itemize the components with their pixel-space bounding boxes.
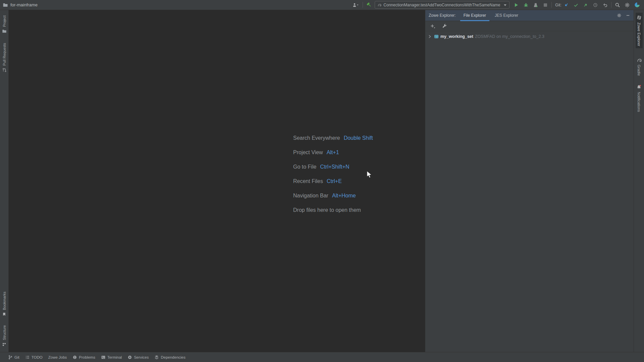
statusbar-label: Dependencies [161,355,185,359]
statusbar-label: TODO [32,355,43,359]
toolbar-divider [551,2,552,8]
statusbar-item-zowe-jobs[interactable]: Zowe Jobs [48,355,67,359]
shortcut-label: Recent Files [293,178,323,184]
shortcut-row: Search Everywhere Double Shift [293,131,373,145]
statusbar-item-git[interactable]: Git [8,355,19,360]
run-with-coverage-button[interactable] [532,2,539,8]
working-set-detail: ZOSMFAD on my_connection_to_2.3 [475,34,544,39]
stop-icon [543,2,548,8]
sidebar-item-gradle[interactable]: Gradle [636,56,642,78]
shortcut-label: Go to File [293,164,316,170]
working-set-name: my_working_set [440,34,473,39]
stripe-label: Bookmarks [2,292,6,310]
build-project-button[interactable] [366,1,373,8]
drop-hint-row: Drop files here to open them [293,203,373,217]
shortcut-row: Go to File Ctrl+Shift+N [293,160,373,174]
shortcut-hints: Search Everywhere Double Shift Project V… [293,131,373,217]
working-set-icon [434,34,439,39]
sidebar-item-bookmarks[interactable]: Bookmarks [1,290,7,318]
add-working-set-button[interactable] [429,23,436,29]
run-config-combo[interactable]: ConnectionManager.testAddTwoConnectionsW… [375,1,509,9]
gradle-task-icon [377,3,381,7]
statusbar-item-terminal[interactable]: Terminal [101,355,122,360]
statusbar-item-dependencies[interactable]: Dependencies [154,355,185,360]
run-icon [514,2,519,8]
sidebar-item-pull-requests[interactable]: Pull Requests [1,41,7,74]
stripe-label: Gradle [637,65,641,76]
tab-jes-explorer[interactable]: JES Explorer [490,10,523,21]
push-button[interactable] [582,2,589,8]
dependencies-icon [154,355,159,360]
toolbar-divider [611,2,611,8]
settings-wrench-button[interactable] [441,23,448,29]
structure-icon [2,342,6,347]
shortcut-keys: Ctrl+E [327,178,342,184]
main-toolbar: for-mainframe ConnectionManager.testAdd [0,0,644,10]
code-with-me-button[interactable] [634,1,641,8]
tab-file-explorer[interactable]: File Explorer [459,10,490,21]
code-with-me-icon [634,2,640,8]
statusbar-item-services[interactable]: Services [127,355,149,360]
shortcut-label: Project View [293,149,323,156]
chevron-down-icon [503,4,507,6]
main-area: Project Pull Requests Bookmarks [0,10,644,352]
rollback-button[interactable] [602,2,608,8]
git-branch-icon [8,355,13,360]
stripe-label: Zowe Explorer [637,22,641,46]
zowe-panel-toolbar [425,21,634,31]
drop-hint: Drop files here to open them [293,207,361,213]
editor-empty-state: Search Everywhere Double Shift Project V… [9,10,425,352]
statusbar-label: Problems [79,355,95,359]
settings-button[interactable] [624,2,631,8]
add-icon [430,23,436,29]
statusbar-label: Zowe Jobs [48,355,67,359]
run-config-value: ConnectionManager.testAddTwoConnectionsW… [383,3,501,7]
terminal-icon [101,355,106,360]
user-accounts-button[interactable] [352,2,360,8]
history-icon [593,2,598,8]
tree-row-working-set[interactable]: my_working_set ZOSMFAD on my_connection_… [425,33,634,41]
statusbar-item-problems[interactable]: Problems [72,355,95,360]
build-hammer-icon [366,2,372,8]
stop-button[interactable] [542,2,549,8]
statusbar-label: Terminal [107,355,122,359]
sidebar-item-project[interactable]: Project [1,13,7,36]
shortcut-keys: Ctrl+Shift+N [320,164,349,170]
update-project-button[interactable] [563,2,570,8]
bookmark-icon [2,312,6,316]
push-icon [583,2,588,8]
stripe-label: Notifications [637,92,641,112]
statusbar-label: Services [134,355,149,359]
update-project-icon [564,2,569,8]
right-stripe: Zowe Explorer Gradle Notifications [634,10,644,352]
shortcut-keys: Double Shift [344,135,373,141]
ide-window: for-mainframe ConnectionManager.testAdd [0,0,644,362]
sidebar-item-notifications[interactable]: Notifications [636,82,642,114]
shortcut-keys: Alt+Home [332,193,356,199]
history-button[interactable] [592,2,599,8]
panel-hide-button[interactable] [625,12,631,18]
search-everywhere-button[interactable] [614,2,621,8]
statusbar-item-todo[interactable]: TODO [25,355,43,360]
shortcut-label: Navigation Bar [293,193,328,199]
shortcut-row: Project View Alt+1 [293,145,373,160]
debug-icon [523,2,529,8]
coverage-icon [533,2,538,8]
minimize-icon [626,13,630,18]
problems-icon [72,355,77,360]
gear-icon [625,2,630,8]
search-icon [615,2,620,8]
sidebar-item-structure[interactable]: Structure [1,323,7,349]
debug-button[interactable] [523,2,529,8]
zowe-z-icon [636,15,642,20]
file-explorer-tree: my_working_set ZOSMFAD on my_connection_… [425,31,634,41]
status-bar: Git TODO Zowe Jobs Problems [0,352,644,362]
statusbar-label: Git [14,355,19,359]
sidebar-item-zowe-explorer[interactable]: Zowe Explorer [636,13,643,48]
chevron-right-icon[interactable] [427,34,432,39]
run-button[interactable] [513,2,520,8]
commit-button[interactable] [573,2,579,8]
zowe-explorer-panel: Zowe Explorer: File Explorer JES Explore… [425,10,634,352]
panel-settings-button[interactable] [616,12,622,18]
run-actions-group [513,2,549,8]
